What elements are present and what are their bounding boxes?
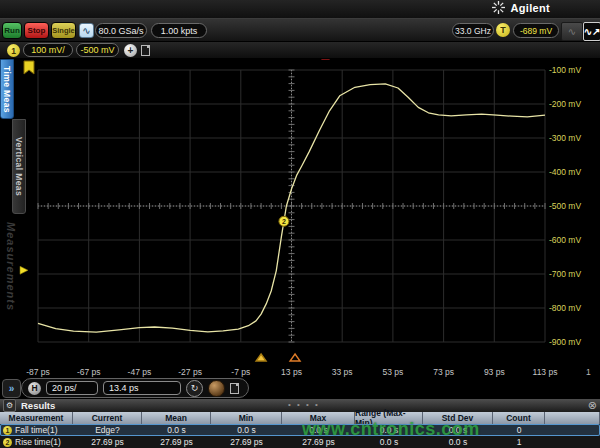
result-row[interactable]: 2Rise time(1)27.69 ps27.69 ps27.69 ps27.… [0,436,600,448]
result-cell: 0.0 s [211,424,282,436]
x-tick-label: 113 ps [523,367,567,377]
add-channel-button[interactable]: + [124,44,137,57]
point-marker-label: 2 [282,218,286,225]
y-tick-label: -100 mV [549,65,597,75]
result-cell: Edge? [73,424,142,436]
results-column-header[interactable]: Mean [142,412,211,424]
results-panel: ⚙ Results • • • • ⊗ MeasurementCurrentMe… [0,399,600,448]
bandwidth-field[interactable]: 33.0 GHz [452,23,494,38]
autoscale-waveform-icon[interactable]: ∿↗ [583,22,600,41]
horizontal-controls: H 20 ps/ 13.4 ps ↻ [21,378,249,398]
results-title-bar: ⚙ Results • • • • ⊗ [0,399,600,412]
channel-1-badge[interactable]: 1 [7,44,20,57]
dial-icon[interactable] [208,380,225,397]
x-tick-label: -27 ps [168,367,212,377]
x-tick-label: 73 ps [422,367,466,377]
brand-name: Agilent [511,2,550,14]
x-tick-label: 13 ps [270,367,314,377]
y-tick-label: -900 mV [549,337,597,347]
horizontal-toolbar: » H 20 ps/ 13.4 ps ↻ [0,378,600,399]
results-title: Results [21,400,55,411]
tab-vertical-meas[interactable]: Vertical Meas [12,119,26,214]
x-tick-label: -87 ps [16,367,60,377]
result-cell: 1 [493,436,545,448]
window-icon[interactable] [230,383,239,394]
y-tick-label: -500 mV [549,201,597,211]
results-column-header[interactable] [545,412,600,424]
x-tick-label: -67 ps [67,367,111,377]
edge-marker-filled[interactable] [256,354,266,361]
channel-scale-field[interactable]: 100 mV/ [23,43,73,57]
y-tick-label: -600 mV [549,235,597,245]
gear-icon[interactable]: ⚙ [3,399,16,412]
brand-bar: Agilent [0,0,600,18]
results-header-row: MeasurementCurrentMeanMinMaxRange (Max-M… [0,412,600,424]
stop-button[interactable]: Stop [24,22,49,39]
channel-offset-field[interactable]: -500 mV [76,43,119,57]
timebase-scale-field[interactable]: 20 ps/ [46,381,98,395]
x-tick-label: 53 ps [371,367,415,377]
result-cell: 1Fall time(1) [0,424,73,436]
zoom-mode-button[interactable]: ↻ [186,380,203,397]
brand: Agilent [492,1,550,14]
trigger-badge[interactable]: T [496,23,510,37]
close-icon[interactable]: ⊗ [588,399,597,412]
result-cell: 0.0 s [142,424,211,436]
channel-indicator: 1 [586,367,591,377]
x-tick-label: -7 ps [219,367,263,377]
drag-handle-dots[interactable]: • • • • [288,400,320,409]
run-button[interactable]: Run [2,22,22,39]
measurement-badge: 1 [3,426,12,435]
y-tick-label: -700 mV [549,269,597,279]
sample-rate-field[interactable]: 80.0 GSa/s [95,23,147,38]
results-column-header[interactable]: Min [211,412,282,424]
result-cell: 27.69 ps [142,436,211,448]
result-cell: 27.69 ps [211,436,282,448]
touch-mode-icon[interactable]: ∿ [79,23,94,38]
measurement-badge: 2 [3,438,12,447]
trigger-level-field[interactable]: -689 mV [513,23,559,38]
y-tick-label: -400 mV [549,167,597,177]
trigger-level-arrow[interactable] [20,266,28,274]
result-cell [545,436,600,448]
result-cell: 2Rise time(1) [0,436,73,448]
acquisition-toolbar: Run Stop Single ∿ 80.0 GSa/s 1.00 kpts 3… [0,18,600,42]
oscilloscope-screen: Agilent Run Stop Single ∿ 80.0 GSa/s 1.0… [0,0,600,448]
timebase-position-field[interactable]: 13.4 ps [103,381,181,395]
starburst-icon [492,1,505,14]
horizontal-badge[interactable]: H [28,382,41,395]
x-tick-label: 93 ps [472,367,516,377]
result-row[interactable]: 1Fall time(1)Edge?0.0 s0.0 s0.0 s0.0 s0.… [0,424,600,436]
y-tick-label: -800 mV [549,303,597,313]
channel-row: 1 100 mV/ -500 mV + [0,42,600,59]
edge-marker-hollow[interactable] [290,354,300,361]
result-cell: 27.69 ps [73,436,142,448]
x-tick-label: 33 ps [320,367,364,377]
tab-time-meas[interactable]: Time Meas [0,59,14,119]
new-window-icon[interactable] [141,45,150,56]
results-column-header[interactable]: Current [73,412,142,424]
single-button[interactable]: Single [51,22,76,39]
results-column-header[interactable]: Count [493,412,545,424]
y-tick-label: -300 mV [549,133,597,143]
result-cell [545,424,600,436]
marker-flag-icon[interactable] [24,61,34,74]
thumbnail-display-icon[interactable]: ∿ [561,22,583,41]
memory-depth-field[interactable]: 1.00 kpts [151,23,207,38]
site-watermark: www.cntronics.com [302,419,480,440]
x-tick-label: -47 ps [117,367,161,377]
expand-panel-button[interactable]: » [2,379,21,398]
result-cell: 0 [493,424,545,436]
y-tick-label: -200 mV [549,99,597,109]
waveform-plot[interactable]: 2 [28,58,545,368]
measurements-watermark: Measurements [5,222,17,357]
results-column-header[interactable]: Measurement [0,412,73,424]
